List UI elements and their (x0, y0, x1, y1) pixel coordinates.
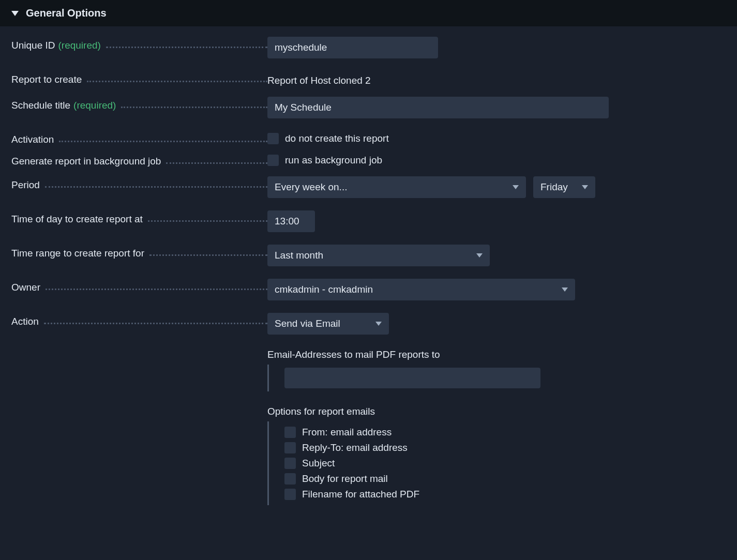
email-options-block: Options for report emails From: email ad… (267, 406, 726, 505)
chevron-down-icon (582, 185, 588, 189)
unique-id-input[interactable] (267, 37, 438, 58)
row-time-range: Time range to create report for Last mon… (11, 245, 726, 266)
section-header[interactable]: General Options (0, 0, 737, 26)
schedule-title-input[interactable] (267, 97, 609, 118)
dots-filler (45, 183, 267, 188)
label-time-range: Time range to create report for (11, 245, 267, 259)
opt-from-label: From: email address (302, 427, 392, 438)
bg-job-checkbox-label: run as background job (285, 155, 382, 166)
chevron-down-icon (513, 185, 519, 189)
opt-body-label: Body for report mail (302, 473, 388, 485)
label-schedule-title: Schedule title (required) (11, 97, 267, 111)
dots-filler (148, 217, 267, 222)
chevron-down-icon (476, 253, 483, 258)
row-activation: Activation do not create this report (11, 131, 726, 152)
activation-checkbox[interactable] (267, 133, 279, 144)
label-activation: Activation (11, 131, 267, 145)
email-options-title: Options for report emails (267, 406, 726, 417)
email-address-input[interactable] (284, 368, 540, 388)
activation-checkbox-label: do not create this report (285, 133, 389, 144)
section-title: General Options (26, 7, 107, 19)
general-options-section: General Options Unique ID (required) Rep… (0, 0, 737, 521)
time-range-select[interactable]: Last month (267, 245, 490, 266)
label-period: Period (11, 176, 267, 191)
owner-select[interactable]: cmkadmin - cmkadmin (267, 279, 575, 300)
opt-reply-to-label: Reply-To: email address (302, 442, 408, 453)
label-action: Action (11, 313, 267, 327)
opt-subject-label: Subject (302, 458, 335, 469)
label-time-of-day: Time of day to create report at (11, 210, 267, 225)
dots-filler (149, 251, 267, 256)
report-to-create-value: Report of Host cloned 2 (267, 71, 371, 90)
dots-filler (87, 77, 267, 82)
row-period: Period Every week on... Friday (11, 176, 726, 198)
opt-filename-checkbox[interactable] (284, 489, 296, 500)
form-body: Unique ID (required) Report to create Re… (0, 26, 737, 521)
email-addresses-title: Email-Addresses to mail PDF reports to (267, 349, 726, 360)
email-addresses-block: Email-Addresses to mail PDF reports to (267, 349, 726, 391)
dots-filler (166, 159, 267, 164)
label-unique-id: Unique ID (required) (11, 37, 267, 51)
collapse-icon (11, 11, 19, 16)
period-select[interactable]: Every week on... (267, 176, 526, 198)
row-report-to-create: Report to create Report of Host cloned 2 (11, 71, 726, 92)
chevron-down-icon (375, 322, 382, 326)
dots-filler (44, 319, 267, 324)
row-action: Action Send via Email Email-Addresses to… (11, 313, 726, 505)
row-bg-job: Generate report in background job run as… (11, 153, 726, 173)
label-bg-job: Generate report in background job (11, 153, 267, 167)
row-owner: Owner cmkadmin - cmkadmin (11, 279, 726, 300)
action-select[interactable]: Send via Email (267, 313, 389, 335)
chevron-down-icon (562, 287, 568, 292)
label-owner: Owner (11, 279, 267, 293)
dots-filler (46, 285, 267, 290)
dots-filler (59, 137, 267, 142)
opt-reply-to-checkbox[interactable] (284, 442, 296, 453)
row-time-of-day: Time of day to create report at (11, 210, 726, 232)
opt-filename-label: Filename for attached PDF (302, 489, 419, 500)
row-unique-id: Unique ID (required) (11, 37, 726, 58)
opt-subject-checkbox[interactable] (284, 458, 296, 469)
bg-job-checkbox[interactable] (267, 155, 279, 166)
label-report-to-create: Report to create (11, 71, 267, 85)
period-day-select[interactable]: Friday (533, 176, 595, 198)
row-schedule-title: Schedule title (required) (11, 97, 726, 118)
opt-from-checkbox[interactable] (284, 427, 296, 438)
dots-filler (121, 103, 267, 108)
time-of-day-input[interactable] (267, 210, 315, 232)
opt-body-checkbox[interactable] (284, 473, 296, 485)
dots-filler (106, 43, 267, 48)
